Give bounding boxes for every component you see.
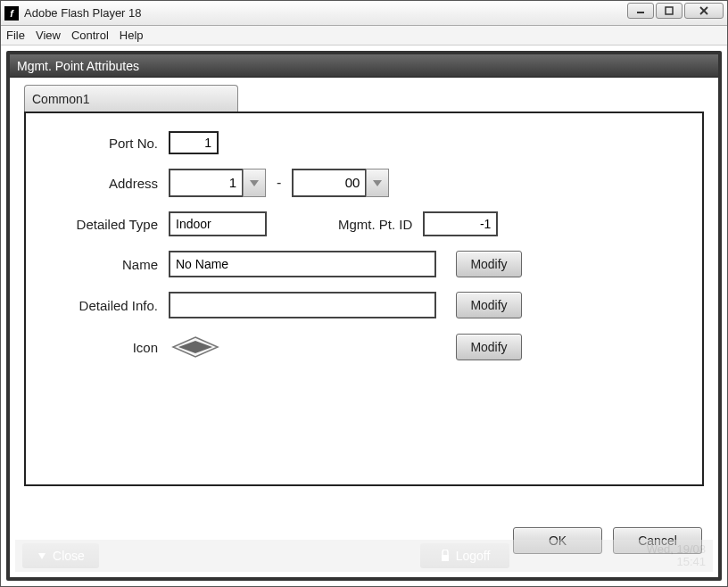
unit-icon xyxy=(169,333,222,361)
down-arrow-icon xyxy=(37,550,47,561)
close-icon xyxy=(699,6,709,15)
address-a-stepper[interactable] xyxy=(243,169,266,197)
mgmt-id-value: -1 xyxy=(423,211,498,236)
close-button[interactable]: Close xyxy=(22,543,99,568)
row-info: Detailed Info. Modify xyxy=(44,292,684,318)
label-mgmt-id: Mgmt. Pt. ID xyxy=(338,217,412,232)
label-type: Detailed Type xyxy=(44,217,169,232)
window-controls xyxy=(625,3,724,19)
row-icon: Icon Modify xyxy=(44,333,684,361)
label-icon: Icon xyxy=(44,340,169,355)
status-time: 15:41 xyxy=(647,556,706,568)
status-datetime: Wed, 19/08 15:41 xyxy=(647,543,706,568)
chevron-down-icon xyxy=(249,178,260,187)
address-b-stepper[interactable] xyxy=(366,169,389,197)
label-info: Detailed Info. xyxy=(44,298,169,313)
tab-common1[interactable]: Common1 xyxy=(24,85,238,112)
row-type: Detailed Type Indoor Mgmt. Pt. ID -1 xyxy=(44,211,684,236)
window-title: Adobe Flash Player 18 xyxy=(24,6,142,20)
indoor-unit-icon xyxy=(170,334,221,360)
status-date: Wed, 19/08 xyxy=(647,543,706,556)
lock-icon xyxy=(440,550,451,562)
status-bar: Close Logoff Wed, 19/08 15:41 xyxy=(15,540,713,572)
row-address: Address 1 - 00 xyxy=(44,169,684,197)
port-value: 1 xyxy=(169,131,219,154)
svg-rect-9 xyxy=(442,555,449,561)
close-label: Close xyxy=(53,549,85,563)
minimize-button[interactable] xyxy=(627,3,654,19)
outer-frame: Mgmt. Point Attributes Common1 Port No. … xyxy=(1,45,727,586)
name-value: No Name xyxy=(169,251,436,277)
menu-help[interactable]: Help xyxy=(120,29,144,42)
label-name: Name xyxy=(44,257,169,272)
flash-app-icon: f xyxy=(4,6,19,21)
minimize-icon xyxy=(636,6,645,15)
row-name: Name No Name Modify xyxy=(44,251,684,277)
chevron-down-icon xyxy=(372,178,383,187)
panel-header: Mgmt. Point Attributes xyxy=(10,54,718,78)
type-value: Indoor xyxy=(169,211,267,236)
address-a-value: 1 xyxy=(169,169,244,197)
label-port: Port No. xyxy=(44,136,169,151)
address-b-value: 00 xyxy=(292,169,367,197)
svg-marker-5 xyxy=(373,180,382,186)
close-window-button[interactable] xyxy=(684,3,724,19)
logoff-button[interactable]: Logoff xyxy=(420,543,509,568)
svg-rect-1 xyxy=(666,7,673,14)
form-panel: Port No. 1 Address 1 - 00 Detail xyxy=(24,112,704,486)
modify-info-button[interactable]: Modify xyxy=(456,292,522,318)
app-content: Mgmt. Point Attributes Common1 Port No. … xyxy=(6,51,722,581)
modify-icon-button[interactable]: Modify xyxy=(456,334,522,360)
svg-marker-8 xyxy=(38,553,46,559)
row-port: Port No. 1 xyxy=(44,131,684,154)
maximize-button[interactable] xyxy=(656,3,682,19)
titlebar: f Adobe Flash Player 18 xyxy=(1,1,727,26)
menu-control[interactable]: Control xyxy=(71,29,109,42)
menu-file[interactable]: File xyxy=(6,29,25,42)
app-window: f Adobe Flash Player 18 File View Contro… xyxy=(0,0,728,587)
info-value xyxy=(169,292,436,318)
label-address: Address xyxy=(44,176,169,191)
logoff-label: Logoff xyxy=(456,549,491,563)
tabs-row: Common1 xyxy=(24,85,718,112)
maximize-icon xyxy=(665,6,674,15)
menubar: File View Control Help xyxy=(1,26,727,45)
address-dash: - xyxy=(277,175,281,191)
svg-marker-4 xyxy=(250,180,259,186)
menu-view[interactable]: View xyxy=(36,29,61,42)
modify-name-button[interactable]: Modify xyxy=(456,251,522,277)
